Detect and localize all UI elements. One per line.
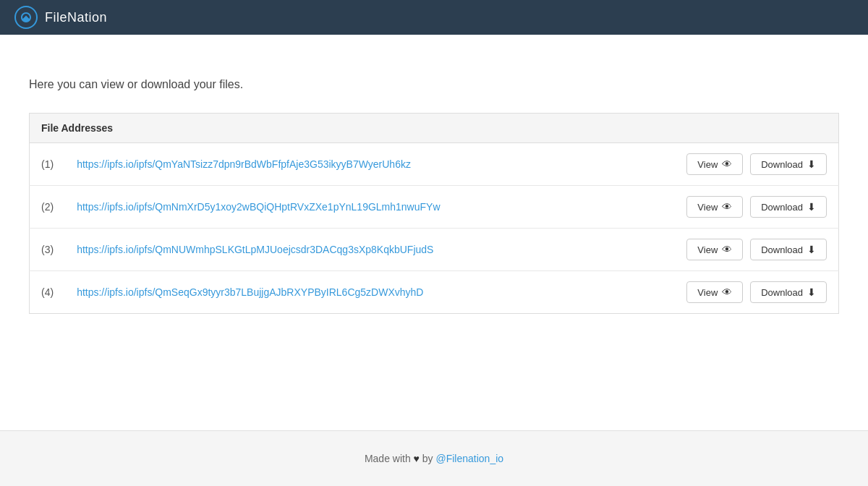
download-label-1: Download	[761, 159, 803, 170]
logo-icon	[14, 6, 38, 29]
heart-icon: ♥	[414, 453, 422, 464]
view-label-2: View	[697, 202, 718, 213]
file-table: File Addresses (1) https://ipfs.io/ipfs/…	[29, 113, 839, 314]
table-row: (3) https://ipfs.io/ipfs/QmNUWmhpSLKGtLp…	[30, 229, 839, 271]
app-name: FileNation	[45, 10, 107, 25]
view-label-4: View	[697, 287, 718, 298]
eye-icon-2: 👁	[722, 201, 732, 213]
column-file-addresses: File Addresses	[30, 114, 671, 143]
download-icon-3: ⬇	[807, 244, 816, 255]
download-icon-2: ⬇	[807, 201, 816, 213]
table-row: (2) https://ipfs.io/ipfs/QmNmXrD5y1xoy2w…	[30, 186, 839, 229]
file-link-3[interactable]: https://ipfs.io/ipfs/QmNUWmhpSLKGtLpMJUo…	[77, 244, 433, 255]
page-description: Here you can view or download your files…	[29, 78, 839, 91]
download-label-2: Download	[761, 202, 803, 213]
download-button-2[interactable]: Download ⬇	[750, 196, 827, 218]
download-label-3: Download	[761, 244, 803, 255]
logo: FileNation	[14, 6, 107, 29]
action-cell-2: View 👁 Download ⬇	[671, 186, 838, 229]
footer-author-link[interactable]: @Filenation_io	[435, 453, 503, 464]
view-button-4[interactable]: View 👁	[686, 281, 743, 303]
file-link-cell-4: https://ipfs.io/ipfs/QmSeqGx9tyyr3b7LBuj…	[65, 271, 671, 314]
eye-icon-3: 👁	[722, 244, 732, 255]
file-index-3: (3)	[30, 229, 66, 271]
download-button-1[interactable]: Download ⬇	[750, 153, 827, 175]
file-index-2: (2)	[30, 186, 66, 229]
download-icon-4: ⬇	[807, 286, 816, 298]
action-cell-1: View 👁 Download ⬇	[671, 143, 838, 186]
file-index-1: (1)	[30, 143, 66, 186]
file-link-cell-1: https://ipfs.io/ipfs/QmYaNTsizz7dpn9rBdW…	[65, 143, 671, 186]
view-label-3: View	[697, 244, 718, 255]
download-label-4: Download	[761, 287, 803, 298]
table-row: (4) https://ipfs.io/ipfs/QmSeqGx9tyyr3b7…	[30, 271, 839, 314]
table-row: (1) https://ipfs.io/ipfs/QmYaNTsizz7dpn9…	[30, 143, 839, 186]
action-cell-3: View 👁 Download ⬇	[671, 229, 838, 271]
file-link-2[interactable]: https://ipfs.io/ipfs/QmNmXrD5y1xoy2wBQiQ…	[77, 201, 440, 213]
download-icon-1: ⬇	[807, 158, 816, 170]
main-content: Here you can view or download your files…	[0, 35, 868, 430]
file-link-cell-2: https://ipfs.io/ipfs/QmNmXrD5y1xoy2wBQiQ…	[65, 186, 671, 229]
download-button-3[interactable]: Download ⬇	[750, 239, 827, 260]
view-button-3[interactable]: View 👁	[686, 239, 743, 260]
navbar: FileNation	[0, 0, 868, 35]
action-cell-4: View 👁 Download ⬇	[671, 271, 838, 314]
eye-icon-4: 👁	[722, 286, 732, 298]
view-label-1: View	[697, 159, 718, 170]
footer: Made with ♥ by @Filenation_io	[0, 430, 868, 486]
download-button-4[interactable]: Download ⬇	[750, 281, 827, 303]
file-table-body: (1) https://ipfs.io/ipfs/QmYaNTsizz7dpn9…	[30, 143, 839, 314]
file-link-cell-3: https://ipfs.io/ipfs/QmNUWmhpSLKGtLpMJUo…	[65, 229, 671, 271]
view-button-2[interactable]: View 👁	[686, 196, 743, 218]
table-header: File Addresses	[30, 114, 839, 143]
eye-icon-1: 👁	[722, 158, 732, 170]
footer-text: Made with ♥ by @Filenation_io	[365, 453, 503, 464]
file-link-4[interactable]: https://ipfs.io/ipfs/QmSeqGx9tyyr3b7LBuj…	[77, 286, 423, 298]
file-index-4: (4)	[30, 271, 66, 314]
file-link-1[interactable]: https://ipfs.io/ipfs/QmYaNTsizz7dpn9rBdW…	[77, 158, 411, 170]
view-button-1[interactable]: View 👁	[686, 153, 743, 175]
